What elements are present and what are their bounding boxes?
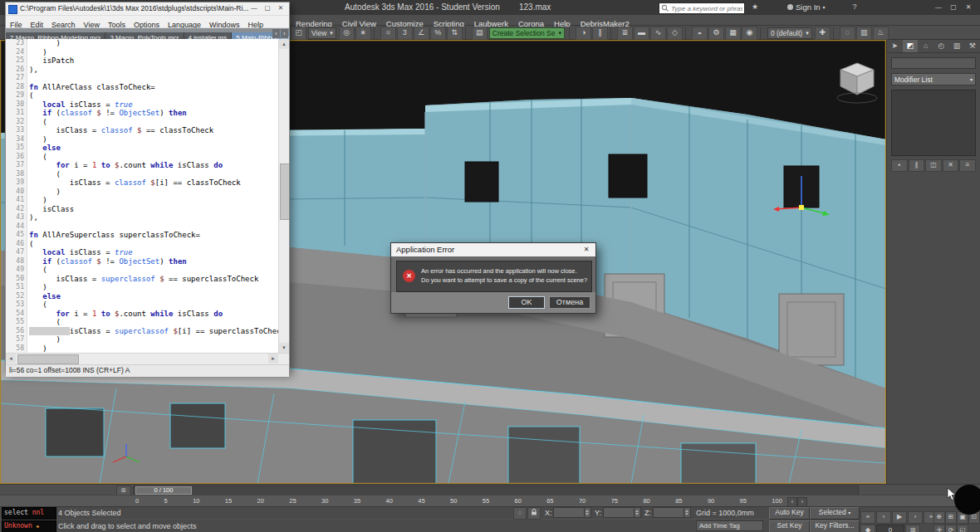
spinner-icon[interactable] [684, 508, 690, 517]
scroll-up-icon[interactable]: ▲ [279, 39, 289, 49]
orbit-button[interactable]: ⟳ [945, 525, 957, 532]
editor-tab-4-installer-ms[interactable]: 4 installer.ms [184, 32, 233, 39]
editor-code-region: 2324252627282930313233343536373839404142… [6, 39, 289, 353]
spinner-snap-toggle-button[interactable]: ⇅ [447, 27, 463, 40]
dialog-close-button[interactable]: ✕ [579, 244, 594, 255]
code-line: ) [29, 188, 289, 197]
show-end-result-button[interactable]: ∥ [909, 159, 925, 172]
application-error-dialog: Application Error ✕ ✕ An error has occur… [390, 242, 596, 314]
select-and-scale-button[interactable]: ◰ [291, 27, 306, 40]
add-time-tag[interactable]: Add Time Tag [696, 520, 763, 531]
create-new-layer-button[interactable]: ✚ [815, 27, 831, 40]
render-last-button[interactable]: ♨ [873, 27, 889, 40]
rendered-frame-window-button[interactable]: ▦ [725, 27, 741, 40]
selection-lock-toggle[interactable] [527, 507, 541, 520]
select-and-manipulate-button[interactable]: ∗ [355, 27, 371, 40]
panel-tab-create[interactable]: ➤ [887, 40, 903, 52]
scroll-left-icon[interactable]: ◄ [6, 354, 16, 364]
ok-button[interactable]: OK [508, 296, 545, 309]
snaps-toggle-button[interactable]: ⌗ [380, 27, 396, 40]
align-button[interactable]: ∥ [592, 27, 608, 40]
panel-tab-modify[interactable]: ◩ [903, 40, 919, 52]
editor-titlebar[interactable]: C:\Program Files\Autodesk\1\3ds Max 2016… [6, 2, 289, 16]
curve-editor-button[interactable]: ∿ [650, 27, 666, 40]
auto-key-button[interactable]: Auto Key [769, 507, 810, 520]
pan-button[interactable]: ✛ [933, 525, 945, 532]
key-mode-toggle-button[interactable]: ◆ [860, 525, 875, 532]
set-key-button[interactable]: Set Key [769, 520, 810, 532]
panel-tab-motion[interactable]: ◴ [933, 40, 949, 52]
pin-stack-button[interactable]: ▪ [891, 159, 908, 172]
object-name-field[interactable] [891, 57, 976, 69]
minimize-button[interactable]: — [932, 2, 945, 12]
x-coordinate-field[interactable] [553, 507, 591, 518]
scroll-down-icon[interactable]: ▼ [279, 343, 289, 353]
code-area[interactable]: ) ) isPatch),fn AllAreClass classToCheck… [27, 39, 289, 353]
render-production-button[interactable]: ◉ [742, 27, 757, 40]
editor-minimize-button[interactable]: — [247, 3, 261, 13]
z-coordinate-field[interactable] [653, 507, 691, 518]
angle-snap-toggle-button[interactable]: ∠ [414, 27, 429, 40]
modifier-list-dropdown[interactable]: Modifier List ▾ [891, 73, 976, 85]
use-center-flyout-button[interactable]: ◎ [339, 27, 355, 40]
isolate-selection-button[interactable]: ◌ [840, 27, 855, 40]
y-coordinate-field[interactable] [603, 507, 641, 518]
panel-tab-display[interactable]: ▥ [949, 40, 965, 52]
scroll-right-icon[interactable]: ► [268, 354, 278, 364]
line-number: 55 [6, 318, 24, 327]
vertical-scrollbar[interactable]: ▲ ▼ [278, 39, 289, 353]
current-frame-field[interactable]: 0 [876, 525, 904, 532]
isolate-selection-toggle[interactable]: ◌ [513, 507, 527, 520]
infocenter-search[interactable] [659, 2, 745, 14]
vertical-scroll-thumb[interactable] [280, 164, 289, 220]
sign-in-button[interactable]: Sign In ▾ [787, 2, 826, 12]
editor-tab-3-macro-polytools-mcr[interactable]: 3 Macro_PolyTools.mcr [105, 32, 184, 39]
tab-scroll-right-button[interactable]: › [281, 29, 288, 38]
panel-tab-hierarchy[interactable]: ⌂ [918, 40, 933, 52]
tab-scroll-left-button[interactable]: ‹ [272, 29, 280, 38]
editor-maximize-button[interactable]: ▢ [261, 3, 274, 13]
editor-tab-2-macro-ribbon-modeling-mcr[interactable]: 2 Macro_Ribbon-Modeling.mcr [6, 32, 105, 39]
editor-close-button[interactable]: ✕ [274, 3, 287, 13]
percent-snap-toggle-button[interactable]: % [430, 27, 446, 40]
time-configuration-button[interactable]: ⊞ [905, 525, 920, 532]
track-bar[interactable]: 0510152025303540455055606570758085909510… [0, 495, 980, 506]
toggle-scene-explorer-button[interactable]: ≣ [617, 27, 633, 40]
reference-coordinate-system-dropdown[interactable]: View▾ [308, 27, 336, 39]
favorites-star-icon[interactable]: ★ [749, 2, 761, 12]
listener-line[interactable]: Unknown ◆ [2, 520, 56, 532]
code-line: fn AllAreClass classToCheck= [29, 83, 289, 92]
named-selection-sets-dropdown[interactable]: Create Selection Se▾ [489, 27, 565, 39]
close-button[interactable]: ✕ [962, 2, 975, 12]
key-filters-button[interactable]: Key Filters... [810, 520, 860, 532]
panel-tab-utilities[interactable]: ⚒ [964, 40, 980, 52]
dialog-message-panel: ✕ An error has occurred and the applicat… [396, 261, 592, 292]
spinner-icon[interactable] [634, 508, 640, 517]
mirror-button[interactable]: ◑ [576, 27, 591, 40]
configure-modifier-sets-button[interactable]: ≡ [959, 159, 976, 172]
edit-named-selection-sets-button[interactable]: ▤ [472, 27, 488, 40]
layer-dropdown[interactable]: 0 (default)▾ [767, 27, 812, 39]
help-icon[interactable]: ? [849, 2, 860, 12]
code-line: ) [29, 135, 289, 144]
horizontal-scrollbar[interactable]: ◄ ► [6, 353, 289, 364]
infocenter-search-input[interactable] [669, 4, 744, 12]
macro-recorder-line[interactable]: select nnl [2, 507, 56, 520]
time-slider-handle[interactable]: 0 / 100 [135, 486, 192, 495]
cancel-button[interactable]: Отмена [549, 296, 590, 309]
maximize-button[interactable]: ▢ [947, 2, 960, 12]
horizontal-scroll-thumb[interactable] [17, 354, 79, 364]
spinner-icon[interactable] [584, 508, 590, 517]
snap-3d-button[interactable]: 3 [397, 27, 413, 40]
modifier-stack[interactable] [891, 90, 976, 156]
material-editor-button[interactable]: ◒ [692, 27, 708, 40]
remove-modifier-button[interactable]: ✕ [943, 159, 959, 172]
make-unique-button[interactable]: ◫ [925, 159, 942, 172]
schematic-view-button[interactable]: ◇ [667, 27, 683, 40]
render-setup-button[interactable]: ⚙ [708, 27, 724, 40]
toggle-ribbon-button[interactable]: ▬ [634, 27, 649, 40]
key-mode-dropdown[interactable]: Selected ▾ [810, 507, 860, 520]
dialog-titlebar[interactable]: Application Error ✕ [391, 243, 595, 256]
maximize-viewport-toggle[interactable]: ◱ [957, 525, 968, 532]
display-toggle-button[interactable]: ▥ [856, 27, 872, 40]
